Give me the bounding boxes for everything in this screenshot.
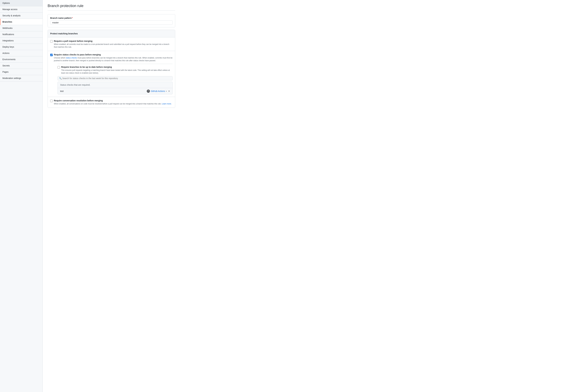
protect-matching-branches-card: Protect matching branches Require a pull… [48,30,175,108]
status-checks-box: Status checks that are required. test Gi… [57,82,173,94]
require-up-to-date-desc: This ensures pull requests targeting a m… [61,69,173,74]
branch-name-section: Branch name pattern* [48,14,175,27]
status-check-row-test: test GitHub Actions ▾ ✕ [58,88,172,94]
require-up-to-date-checkbox[interactable] [57,66,60,68]
status-checks-required-header: Status checks that are required. [58,82,172,88]
sub-rule-up-to-date: Require branches to be up to date before… [57,64,173,74]
sidebar-item-pages[interactable]: Pages [0,69,42,75]
require-up-to-date-title: Require branches to be up to date before… [61,66,173,68]
sidebar-item-secrets[interactable]: Secrets [0,62,42,69]
sidebar-item-deploy-keys[interactable]: Deploy keys [0,44,42,50]
require-status-checks-title: Require status checks to pass before mer… [54,54,173,56]
sidebar-item-moderation-settings[interactable]: Moderation settings [0,75,42,81]
search-icon: 🔍 [59,77,62,80]
sidebar-item-webhooks[interactable]: Webhooks [0,25,42,31]
sidebar: OptionsManage accessSecurity & analysisB… [0,0,43,392]
check-name-test: test [60,90,64,92]
page-title: Branch protection rule [48,4,175,8]
require-pr-desc: When enabled, all commits must be made t… [54,43,173,48]
github-actions-icon [147,90,150,93]
rule-require-status-checks: Require status checks to pass before mer… [48,51,175,97]
sidebar-item-manage-access[interactable]: Manage access [0,6,42,12]
branch-name-label: Branch name pattern* [50,17,173,19]
require-conversation-desc: When enabled, all conversations on code … [54,102,172,105]
branch-name-input[interactable] [50,20,173,25]
protect-section-header: Protect matching branches [48,30,175,38]
status-checks-link[interactable]: status checks [66,57,77,59]
require-status-checks-checkbox[interactable] [50,54,53,56]
sidebar-item-environments[interactable]: Environments [0,56,42,62]
sidebar-item-notifications[interactable]: Notifications [0,31,42,38]
require-pr-checkbox[interactable] [50,40,53,42]
github-actions-link[interactable]: GitHub Actions [151,90,165,92]
main-content: Branch protection rule Branch name patte… [43,0,180,392]
require-conversation-title: Require conversation resolution before m… [54,99,172,102]
sidebar-item-security-analysis[interactable]: Security & analysis [0,12,42,19]
require-conversation-checkbox[interactable] [50,100,53,102]
status-checks-search-container: 🔍 [57,76,173,80]
rule-require-pr: Require a pull request before merging Wh… [48,38,175,51]
rule-require-conversation: Require conversation resolution before m… [48,97,175,108]
remove-check-button[interactable]: ✕ [168,90,170,92]
sidebar-item-options[interactable]: Options [0,0,42,6]
provider-chevron-icon[interactable]: ▾ [166,90,167,92]
required-star: * [72,17,73,19]
sidebar-item-branches[interactable]: Branches [0,19,42,25]
require-status-checks-desc: Choose which status checks must pass bef… [54,56,173,62]
check-provider: GitHub Actions ▾ ✕ [147,90,170,93]
status-checks-search-input[interactable] [57,76,173,80]
sidebar-item-integrations[interactable]: Integrations [0,38,42,44]
sidebar-item-actions[interactable]: Actions [0,50,42,56]
branch-name-card: Branch name pattern* [48,14,175,27]
learn-more-link[interactable]: Learn more. [162,103,172,105]
require-pr-title: Require a pull request before merging [54,40,173,42]
